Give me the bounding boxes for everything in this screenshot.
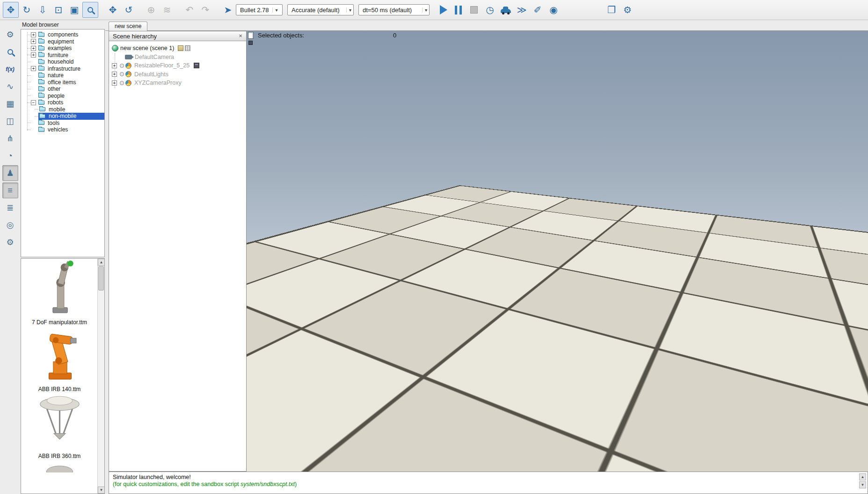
expand-icon[interactable]: + [31,32,36,37]
start-simulation-button[interactable] [434,2,450,18]
accuracy-dropdown[interactable]: Accurate (default) ▾ [287,4,354,15]
expand-icon[interactable]: + [112,63,117,68]
tree-item-label: equipment [46,38,75,45]
undo-icon[interactable]: ↶ [182,2,197,18]
model-thumbnail[interactable]: ABB IRB 140.ttm [22,327,97,392]
tree-item[interactable]: other [21,86,104,93]
status-scrollbar[interactable]: ▲ ▼ [859,473,866,489]
play-icon [440,5,447,15]
tree-item[interactable]: +equipment [21,38,104,45]
expand-icon[interactable]: + [31,66,36,71]
search-icon [7,49,13,55]
tree-item[interactable]: people [21,93,104,100]
path-edit-button[interactable]: ⋔ [2,131,18,146]
tree-item[interactable]: household [21,58,104,65]
transfer-dna-icon[interactable]: ≋ [159,2,175,18]
paint-button[interactable]: ◔ [2,148,18,164]
tree-item[interactable]: nature [21,72,104,79]
folder-icon [38,94,44,98]
user-settings-button[interactable]: ⚙ [2,234,18,250]
view-square-icon[interactable] [248,41,253,45]
customization-script-icon[interactable] [194,63,199,68]
spring-damper-button[interactable]: ∿ [2,79,18,94]
camera-fit-glyph: ⊡ [55,4,63,15]
scroll-up-button[interactable]: ▲ [859,473,866,480]
expand-icon[interactable]: + [31,52,36,58]
real-time-toggle[interactable]: ◷ [482,2,498,18]
thumbnails-scrollbar[interactable]: ▲ ▼ [97,259,104,494]
simulation-settings-icon[interactable]: ⚙ [2,27,18,43]
model-thumbnail-partial[interactable] [22,461,97,474]
pause-simulation-button[interactable] [450,2,466,18]
redo-icon[interactable]: ↷ [197,2,213,18]
hierarchy-toggle[interactable]: ≡ [2,182,18,198]
tab-new-scene[interactable]: new scene [109,22,147,31]
camera-angle-icon[interactable]: ▣ [66,2,82,18]
speed-up-button[interactable]: ≫ [514,2,530,18]
click-selection-icon[interactable] [82,2,98,18]
scroll-down-button[interactable]: ▼ [859,481,866,488]
tree-item[interactable]: +infrastructure [21,65,104,73]
assemble-icon[interactable]: ⊕ [143,2,159,18]
visibility-dot-icon[interactable] [120,64,124,68]
scroll-up-button[interactable]: ▲ [98,259,105,266]
tree-item[interactable]: vehicles [21,126,104,133]
undo-point-icon[interactable] [178,45,183,51]
scene-settings-button[interactable]: ⚙ [620,2,635,18]
expand-icon[interactable]: + [31,39,36,44]
hierarchy-item[interactable]: + ResizableFloor_5_25 [109,61,246,70]
tree-item-robots[interactable]: −robots [21,99,104,106]
model-thumbnail[interactable]: 7 DoF manipulator.ttm [22,261,97,326]
collapse-icon[interactable]: − [31,100,36,105]
model-browser-toggle[interactable]: ♟ [2,165,18,181]
hierarchy-item-root[interactable]: new scene (scene 1) [109,44,246,53]
visualize-button[interactable]: ◉ [546,2,562,18]
object-rotate-icon[interactable]: ↺ [121,2,137,18]
tree-item[interactable]: +examples [21,45,104,52]
car-dynamics-toggle[interactable] [498,2,514,18]
tree-item[interactable]: +furniture [21,52,104,59]
layers-button[interactable]: ≣ [2,200,18,216]
visibility-dot-icon[interactable] [120,81,124,85]
hierarchy-item[interactable]: + XYZCameraProxy [109,79,246,87]
model-thumbnail[interactable]: ABB IRB 360.ttm [22,394,97,459]
hierarchy-item[interactable]: DefaultCamera [109,53,246,62]
tree-item[interactable]: tools [21,120,104,127]
hierarchy-item[interactable]: + DefaultLights [109,70,246,79]
tree-item[interactable]: mobile [21,106,104,113]
tree-item[interactable]: office items [21,79,104,86]
thumbnail-label: ABB IRB 360.ttm [22,453,97,459]
expand-icon[interactable]: + [31,46,36,51]
script-fx-button[interactable]: f(x) [2,61,18,77]
engine-dropdown[interactable]: Bullet 2.78 ▾ [236,4,283,15]
dynamics-pointer-icon[interactable]: ➤ [220,2,236,18]
expand-icon[interactable]: + [112,80,117,86]
axis-y-label: y [855,452,857,458]
object-shift-icon[interactable]: ✥ [105,2,121,18]
close-icon[interactable]: × [237,32,244,40]
folder-icon [38,46,44,51]
folder-icon [38,66,44,71]
tree-item-selected[interactable]: non-mobile [21,113,104,120]
search-button[interactable] [2,44,18,60]
scrollbar-thumb[interactable] [98,266,104,291]
stop-simulation-button[interactable] [466,2,482,18]
geometry-button[interactable]: ◫ [2,113,18,129]
wand-icon: ✐ [534,4,542,15]
page-overlay-button[interactable]: ❐ [604,2,620,18]
scroll-down-button[interactable]: ▼ [98,487,105,494]
visibility-dot-icon[interactable] [120,72,124,76]
tree-item[interactable]: +components [21,31,104,38]
world-button[interactable]: ◎ [2,217,18,233]
layer-grid-icon[interactable] [185,45,190,51]
camera-fit-icon[interactable]: ⊡ [51,2,66,18]
customize-button[interactable]: ✐ [530,2,546,18]
camera-shift-icon[interactable]: ⇩ [35,2,51,18]
timestep-dropdown[interactable]: dt=50 ms (default) ▾ [358,4,430,15]
camera-rotate-icon[interactable]: ↻ [19,2,35,18]
page-icon[interactable] [248,32,254,39]
camera-pan-icon[interactable]: ✥ [3,2,19,18]
viewport-3d[interactable]: Selected objects: 0 EDU z x y [247,31,868,472]
calculation-modules-button[interactable]: ▦ [2,96,18,112]
expand-icon[interactable]: + [112,72,117,77]
